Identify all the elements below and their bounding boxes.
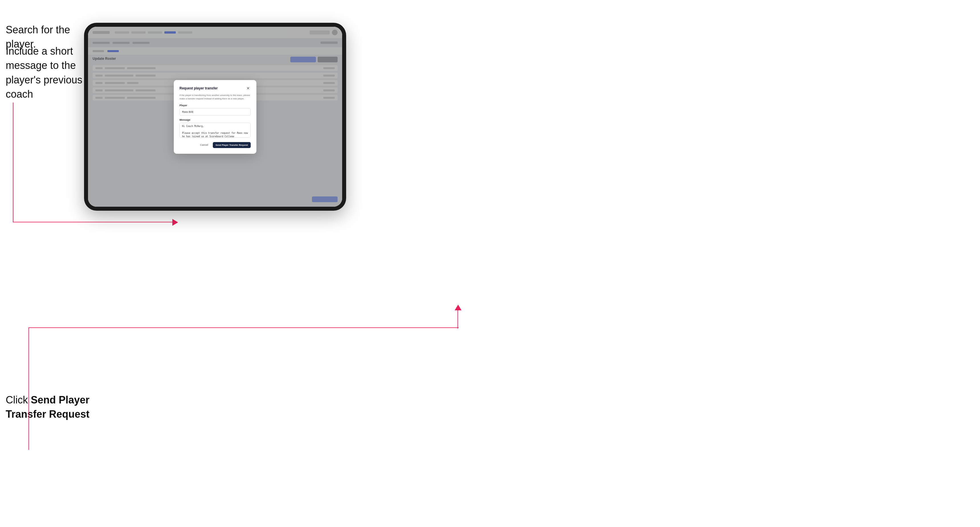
arrow-line-horizontal-2 xyxy=(29,327,459,328)
modal-footer: Cancel Send Player Transfer Request xyxy=(180,142,251,148)
arrow-head-right-1 xyxy=(172,219,178,226)
message-textarea[interactable]: Hi Coach McHarg, Please accept this tran… xyxy=(180,123,251,138)
annotation-click-text: Click Send Player Transfer Request xyxy=(6,393,97,422)
tablet-screen: Update Roster xyxy=(88,27,342,207)
arrow-head-up xyxy=(455,305,461,310)
cancel-button[interactable]: Cancel xyxy=(198,142,210,148)
request-player-transfer-modal: Request player transfer ✕ If the player … xyxy=(174,80,256,154)
tablet-device: Update Roster xyxy=(84,23,346,211)
arrow-line-vertical-2 xyxy=(29,327,29,450)
modal-header: Request player transfer ✕ xyxy=(180,86,251,91)
send-player-transfer-request-button[interactable]: Send Player Transfer Request xyxy=(213,142,251,148)
player-label: Player xyxy=(180,104,251,107)
arrow-line-vertical-2b xyxy=(458,310,458,329)
arrow-line-horizontal-1 xyxy=(13,222,174,222)
modal-overlay: Request player transfer ✕ If the player … xyxy=(88,27,342,207)
message-label: Message xyxy=(180,118,251,121)
annotation-message-text: Include a short message to the player's … xyxy=(6,44,97,102)
modal-title: Request player transfer xyxy=(180,86,218,90)
modal-close-button[interactable]: ✕ xyxy=(245,86,251,91)
modal-description: If the player is transferring from anoth… xyxy=(180,94,251,100)
arrow-line-vertical-1 xyxy=(13,103,13,222)
player-input[interactable] xyxy=(180,108,251,116)
